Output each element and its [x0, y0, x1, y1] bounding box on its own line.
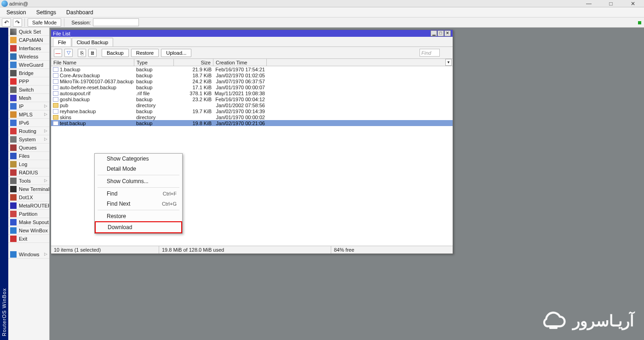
if-icon [10, 45, 17, 52]
table-row[interactable]: test.backupbackup19.8 KiBJan/02/1970 00:… [51, 120, 453, 126]
col-name[interactable]: File Name [51, 59, 134, 66]
maximize-button[interactable]: □ [600, 0, 622, 7]
term-icon [10, 186, 17, 192]
sidebar-item-new-terminal[interactable]: New Terminal [8, 185, 49, 193]
inner-close-button[interactable]: ✕ [444, 30, 451, 36]
file-size: 19.8 KiB [174, 121, 213, 126]
sw-icon [10, 86, 17, 93]
sidebar-item-ppp[interactable]: PPP [8, 77, 49, 86]
find-input[interactable]: Find [420, 49, 440, 57]
file-name: 1.backup [60, 67, 80, 72]
wifi-icon [10, 53, 17, 60]
sidebar-item-log[interactable]: Log [8, 160, 49, 168]
sidebar-item-quick-set[interactable]: Quick Set [8, 28, 49, 36]
col-size[interactable]: Size [174, 59, 213, 66]
table-row[interactable]: pubdirectoryJan/01/2002 07:58:56 [51, 102, 453, 108]
sidebar-item-interfaces[interactable]: Interfaces [8, 44, 49, 52]
ipv6-icon [10, 120, 17, 126]
ip-icon [10, 103, 17, 109]
table-row[interactable]: autosupout.rif.rif file378.1 KiBMay/11/2… [51, 90, 453, 96]
safemode-button[interactable]: Safe Mode [28, 18, 61, 27]
sidebar-item-files[interactable]: Files [8, 152, 49, 160]
table-row[interactable]: 1.backupbackup21.9 KiBFeb/16/1970 17:54:… [51, 66, 453, 72]
tab-cloud-backup[interactable]: Cloud Backup [72, 38, 114, 46]
chevron-right-icon: ▷ [44, 137, 47, 141]
table-row[interactable]: reyhane.backupbackup19.7 KiBJan/02/1970 … [51, 108, 453, 114]
sidebar-item-system[interactable]: System▷ [8, 135, 49, 144]
close-button[interactable]: ✕ [622, 0, 644, 7]
paste-button[interactable]: 🗎 [88, 49, 97, 57]
menu-dashboard[interactable]: Dashboard [61, 8, 98, 17]
sidebar-item-label: Tools [19, 178, 31, 184]
back-button[interactable]: ↶ [2, 18, 11, 27]
col-type[interactable]: Type [134, 59, 174, 66]
table-row[interactable]: Core-Arsv.backupbackup18.7 KiBJan/02/197… [51, 72, 453, 78]
filter-button[interactable]: ▽ [64, 49, 73, 57]
sidebar-item-windows[interactable]: Windows▷ [8, 250, 49, 259]
file-icon [53, 121, 58, 126]
sidebar-item-mpls[interactable]: MPLS▷ [8, 110, 49, 119]
sidebar-item-wireguard[interactable]: WireGuard [8, 61, 49, 69]
sidebar-item-capsman[interactable]: CAPsMAN [8, 36, 49, 44]
column-headers: File Name Type Size Creation Time ▼ [51, 59, 453, 66]
minimize-button[interactable]: — [578, 0, 600, 7]
restore-button[interactable]: Restore [131, 49, 159, 57]
file-date: May/11/2021 19:08:38 [213, 91, 267, 96]
sidebar-item-bridge[interactable]: Bridge [8, 69, 49, 77]
ctx-restore[interactable]: Restore [95, 211, 182, 221]
table-row[interactable]: skinsdirectoryJan/01/1970 00:00:02 [51, 114, 453, 120]
sidebar-item-dot1x[interactable]: Dot1X [8, 193, 49, 202]
context-menu: Show CategoriesDetail ModeShow Columns..… [94, 153, 183, 234]
file-type: directory [134, 115, 174, 120]
menu-session[interactable]: Session [1, 8, 31, 17]
table-row[interactable]: auto-before-reset.backupbackup17.1 KiBJa… [51, 84, 453, 90]
columns-dropdown-icon[interactable]: ▼ [445, 59, 452, 66]
table-row[interactable]: MikroTik-19700107-0637.backupbackup24.2 … [51, 78, 453, 84]
file-list-titlebar[interactable]: File List ▁ □ ✕ [51, 30, 453, 37]
sidebar-item-tools[interactable]: Tools▷ [8, 177, 49, 185]
sidebar-item-wireless[interactable]: Wireless [8, 52, 49, 61]
col-date[interactable]: Creation Time [213, 59, 267, 66]
sidebar-item-make-supout-rif[interactable]: Make Supout.rif [8, 218, 49, 226]
session-input[interactable] [93, 18, 139, 26]
sidebar-item-partition[interactable]: Partition [8, 210, 49, 218]
file-name: auto-before-reset.backup [60, 85, 116, 90]
ctx-download[interactable]: Download [95, 221, 182, 233]
dot1x-icon [10, 194, 17, 201]
sidebar-item-ipv6[interactable]: IPv6 [8, 119, 49, 127]
sidebar-item-metarouter[interactable]: MetaROUTER [8, 202, 49, 210]
sidebar-item-label: MetaROUTER [19, 203, 49, 208]
sidebar-item-ip[interactable]: IP▷ [8, 102, 49, 110]
backup-button[interactable]: Backup [102, 49, 129, 57]
file-size: 19.7 KiB [174, 109, 213, 114]
sidebar-item-label: RADIUS [19, 170, 38, 175]
ctx-find[interactable]: FindCtrl+F [95, 189, 182, 199]
inner-minimize-button[interactable]: ▁ [431, 30, 437, 36]
status-free: 84% free [331, 246, 453, 254]
sidebar-item-switch[interactable]: Switch [8, 86, 49, 94]
ctx-detail-mode[interactable]: Detail Mode [95, 164, 182, 174]
sidebar-item-radius[interactable]: RADIUS [8, 168, 49, 177]
remove-button[interactable]: — [54, 49, 62, 57]
sidebar-item-label: New WinBox [19, 228, 48, 233]
file-date: Feb/16/1970 00:04:12 [213, 97, 267, 102]
ctx-show-columns-[interactable]: Show Columns... [95, 176, 182, 186]
copy-button[interactable]: ⎘ [78, 49, 86, 57]
file-size: 378.1 KiB [174, 91, 213, 96]
sidebar-item-queues[interactable]: Queues [8, 144, 49, 152]
menu-bar: Session Settings Dashboard [0, 7, 644, 17]
ppp-icon [10, 78, 17, 85]
sidebar-item-mesh[interactable]: Mesh [8, 94, 49, 102]
tab-file[interactable]: File [53, 38, 71, 46]
upload-button[interactable]: Upload... [161, 49, 191, 57]
folder-icon [53, 103, 58, 108]
forward-button[interactable]: ↷ [13, 18, 22, 27]
ctx-find-next[interactable]: Find NextCtrl+G [95, 199, 182, 209]
table-row[interactable]: goshi.backupbackup23.2 KiBFeb/16/1970 00… [51, 96, 453, 102]
inner-maximize-button[interactable]: □ [437, 30, 444, 36]
sidebar-item-routing[interactable]: Routing▷ [8, 127, 49, 135]
sidebar-item-exit[interactable]: Exit [8, 235, 49, 243]
ctx-show-categories[interactable]: Show Categories [95, 154, 182, 164]
sidebar-item-new-winbox[interactable]: New WinBox [8, 226, 49, 235]
menu-settings[interactable]: Settings [31, 8, 61, 17]
